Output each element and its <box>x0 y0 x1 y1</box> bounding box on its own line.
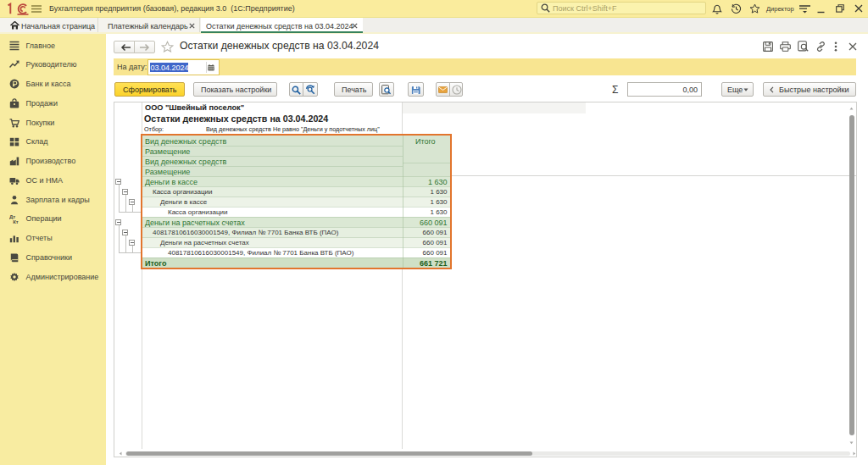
svg-text:Кт: Кт <box>13 219 19 224</box>
svg-text:Дт: Дт <box>9 214 15 219</box>
